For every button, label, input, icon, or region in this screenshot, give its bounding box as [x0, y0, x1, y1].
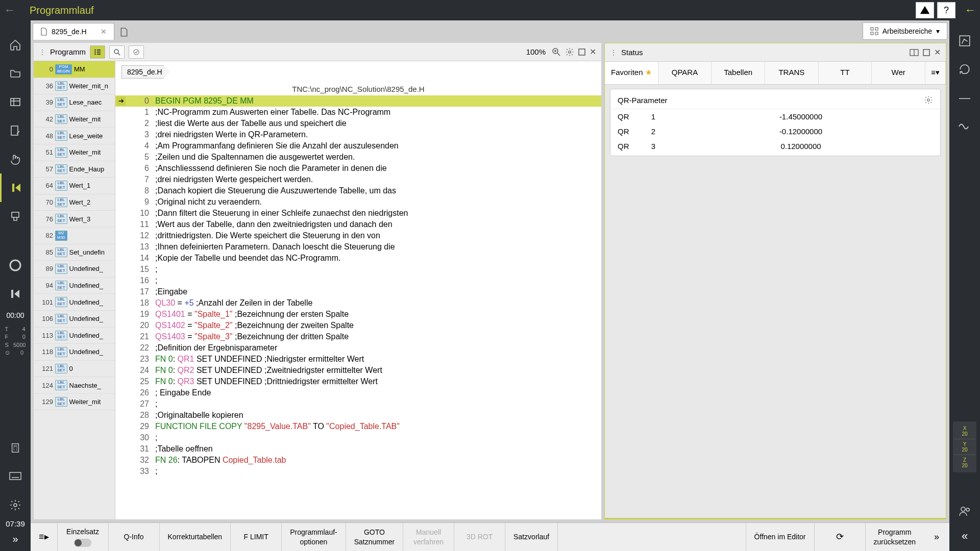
file-tab[interactable]: 8295_de.H ✕ — [33, 23, 114, 40]
outline-row[interactable]: 94LBLSETUndefined_ — [34, 278, 115, 294]
collapse-bottom-icon[interactable]: » — [924, 523, 949, 551]
gear-icon[interactable] — [924, 95, 933, 105]
folder-icon[interactable] — [0, 59, 31, 88]
keyboard-icon[interactable] — [0, 462, 31, 491]
outline-row[interactable]: 76LBLSETWert_3 — [34, 211, 115, 228]
back-icon[interactable]: ← — [4, 4, 19, 17]
code-line[interactable]: 23FN 0: QR1 SET UNDEFINED ;Niedrigster e… — [115, 354, 601, 365]
maximize-icon[interactable] — [923, 49, 930, 56]
satzvorlauf-button[interactable]: Satzvorlauf — [505, 523, 558, 551]
code-line[interactable]: 32FN 26: TABOPEN Copied_Table.tab — [115, 455, 601, 466]
edit-program-icon[interactable] — [0, 116, 31, 145]
outline-row[interactable]: 101LBLSETUndefined_ — [34, 294, 115, 311]
outline-toggle-button[interactable] — [90, 45, 105, 59]
program-outline[interactable]: 0PGMBEGINMM36LBLSETWeiter_mit_n39LBLSETL… — [34, 61, 115, 519]
code-line[interactable]: 22;Definition der Ergebnisparameter — [115, 342, 601, 354]
reset-program-button[interactable]: ⟳ — [815, 523, 866, 551]
code-line[interactable]: 3;drei niedrigsten Werte in QR-Parameter… — [115, 129, 601, 140]
code-line[interactable]: 21QS1403 = "Spalte_3" ;Bezeichnung der d… — [115, 331, 601, 342]
status-tab-wer[interactable]: Wer — [872, 62, 925, 84]
code-line[interactable]: ➔0BEGIN PGM 8295_DE MM — [115, 95, 601, 107]
code-line[interactable]: 10;Dann filtert die Steuerung in einer S… — [115, 208, 601, 219]
code-line[interactable]: 18QL30 = +5 ;Anzahl der Zeilen in der Ta… — [115, 297, 601, 309]
code-line[interactable]: 12;drittniedrigsten. Die Werte speichert… — [115, 230, 601, 241]
workspaces-button[interactable]: Arbeitsbereiche ▾ — [863, 22, 947, 40]
new-tab-icon[interactable] — [116, 24, 132, 40]
warning-icon[interactable] — [916, 2, 934, 18]
code-line[interactable]: 17;Eingabe — [115, 286, 601, 297]
outline-row[interactable]: 42LBLSETWeiter_mit — [34, 111, 115, 128]
goto-satznummer-button[interactable]: GOTO Satznummer — [346, 523, 403, 551]
outline-row[interactable]: 0PGMBEGINMM — [34, 61, 115, 78]
outline-row[interactable]: 39LBLSETLese_naec — [34, 94, 115, 111]
code-line[interactable]: 25FN 0: QR3 SET UNDEFINED ;Drittniedrigs… — [115, 376, 601, 387]
3d-rot-button[interactable]: 3D ROT — [454, 523, 505, 551]
minus-icon[interactable]: — — [954, 88, 975, 108]
code-line[interactable]: 29FUNCTION FILE COPY "8295_Value.TAB" TO… — [115, 421, 601, 432]
status-tab-tabellen[interactable]: Tabellen — [712, 62, 765, 84]
code-line[interactable]: 15; — [115, 264, 601, 275]
code-line[interactable]: 26; Eingabe Ende — [115, 387, 601, 398]
program-run-icon[interactable] — [0, 173, 31, 202]
settings-icon[interactable] — [0, 491, 31, 519]
code-line[interactable]: 2;liest die Werte aus der Tabelle aus un… — [115, 118, 601, 129]
outline-row[interactable]: 118LBLSETUndefined_ — [34, 344, 115, 361]
manual-icon[interactable] — [0, 145, 31, 173]
outline-row[interactable]: 85LBLSETSet_undefin — [34, 244, 115, 261]
outline-row[interactable]: 106LBLSETUndefined_ — [34, 311, 115, 328]
code-line[interactable]: 24FN 0: QR2 SET UNDEFINED ;Zweitniedrigs… — [115, 365, 601, 376]
outline-row[interactable]: 113LBLSETUndefined_ — [34, 328, 115, 344]
table-icon[interactable] — [0, 88, 31, 116]
code-line[interactable]: 20QS1402 = "Spalte_2" ;Bezeichnung der z… — [115, 320, 601, 331]
einzelsatz-button[interactable]: Einzelsatz — [58, 523, 109, 551]
einzelsatz-toggle[interactable] — [74, 539, 91, 547]
maximize-icon[interactable] — [578, 48, 585, 56]
outline-row[interactable]: 36LBLSETWeiter_mit_n — [34, 78, 115, 95]
code-line[interactable]: 14;Kopie der Tabelle und beendet das NC-… — [115, 253, 601, 264]
home-icon[interactable] — [0, 31, 31, 59]
code-line[interactable]: 6;Anschliesssend definieren Sie noch die… — [115, 163, 601, 174]
qinfo-button[interactable]: Q-Info — [109, 523, 160, 551]
breadcrumb-chip[interactable]: 8295_de.H — [121, 65, 170, 79]
menu-toggle-button[interactable]: ≡▸ — [31, 523, 58, 551]
open-in-editor-button[interactable]: Öffnen im Editor — [746, 523, 815, 551]
code-line[interactable]: 19QS1401 = "Spalte_1" ;Bezeichnung der e… — [115, 309, 601, 320]
korrekturtabellen-button[interactable]: Korrekturtabellen — [160, 523, 231, 551]
tab-close-icon[interactable]: ✕ — [101, 28, 107, 36]
code-line[interactable]: 5;Zeilen und die Spaltennamen die ausgew… — [115, 152, 601, 163]
outline-row[interactable]: 48LBLSETLese_weite — [34, 128, 115, 144]
outline-row[interactable]: 129LBLSETWeiter_mit — [34, 394, 115, 411]
settings-gear-icon[interactable] — [565, 47, 574, 57]
users-icon[interactable] — [954, 501, 975, 521]
layout-icon[interactable] — [910, 49, 919, 56]
code-line[interactable]: 31;Tabelle oeffnen — [115, 443, 601, 455]
outline-row[interactable]: 57LBLSETEnde_Haup — [34, 161, 115, 178]
code-line[interactable]: 9;Original nicht zu veraendern. — [115, 196, 601, 208]
manuell-verfahren-button[interactable]: Manuell verfahren — [403, 523, 454, 551]
record-icon[interactable] — [0, 251, 31, 280]
expand-left-icon[interactable]: » — [12, 533, 18, 545]
collapse-right-icon[interactable]: ← — [965, 4, 976, 17]
wave-icon[interactable] — [954, 116, 975, 137]
outline-row[interactable]: 64LBLSETWert_1 — [34, 178, 115, 194]
step-in-icon[interactable] — [0, 280, 31, 308]
code-line[interactable]: 11;Wert aus der Tabelle, dann den zweitn… — [115, 219, 601, 230]
code-line[interactable]: 7;drei niedrigsten Werte gespeichert wer… — [115, 174, 601, 185]
status-tab-qpara[interactable]: QPARA — [658, 62, 712, 84]
close-pane-icon[interactable]: ✕ — [590, 47, 596, 57]
help-icon[interactable]: ? — [937, 2, 955, 18]
programm-zuruecksetzen-button[interactable]: Programm zurücksetzen — [866, 523, 924, 551]
close-pane-icon[interactable]: ✕ — [934, 47, 941, 57]
outline-row[interactable]: 82M2M30 — [34, 228, 115, 244]
outline-row[interactable]: 51LBLSETWeiter_mit — [34, 144, 115, 161]
code-line[interactable]: 8;Danach kopiert die Steuerung die Auszu… — [115, 185, 601, 196]
code-line[interactable]: 28;Originaltabelle kopieren — [115, 410, 601, 421]
code-line[interactable]: 27; — [115, 398, 601, 410]
tool-path-icon[interactable] — [954, 31, 975, 51]
outline-row[interactable]: 89LBLSETUndefined_ — [34, 261, 115, 278]
outline-row[interactable]: 124LBLSETNaechste_ — [34, 377, 115, 394]
status-tab-favoriten[interactable]: Favoriten ★ — [605, 62, 658, 84]
search-button[interactable] — [109, 45, 125, 59]
status-tabs-more[interactable]: ≡▾ — [925, 62, 946, 84]
expand-right-icon[interactable]: « — [962, 530, 968, 543]
